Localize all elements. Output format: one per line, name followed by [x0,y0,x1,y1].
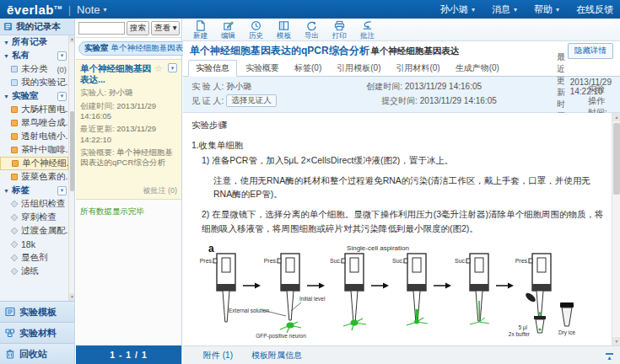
toolbar-label: 新建 [193,32,208,40]
sidebar-item-lab-5-selected[interactable]: 单个神经细...(1) [0,157,68,170]
sidebar-item-tag-2[interactable]: 穿刺检查 [0,211,68,224]
experiment-card[interactable]: 单个神经细胞基因表达... ☆ 实验人: 孙小璐 创建时间: 2013/11/2… [76,59,181,200]
section-dropdown-icon[interactable] [57,51,67,61]
sidebar-item-tag-6[interactable]: 滤纸 [0,265,68,278]
sidebar: 我的记录本 所有记录 私有 未分类(0) 我的实验记...(1) 实验室 大肠杆… [0,19,75,364]
pipette-6: Pres. [515,254,551,316]
sidebar-item-my-experiments[interactable]: 我的实验记...(1) [0,76,68,89]
sidebar-tree: 所有记录 私有 未分类(0) 我的实验记...(1) 实验室 大肠杆菌电...(… [0,35,74,301]
tab-cited-templates[interactable]: 引用模板(0) [330,61,387,76]
trash-icon [5,349,15,359]
print-button[interactable]: 打印 [332,20,347,40]
sidebar-item-tag-1[interactable]: 活组织检查 [0,197,68,211]
tab-tags[interactable]: 标签(0) [288,61,328,76]
tab-experiment-info[interactable]: 实验信息 [188,60,237,77]
dry-ice-label: Dry ice [558,329,576,336]
new-doc-icon [195,20,206,31]
hide-details-button[interactable]: 隐藏详情 [568,43,613,59]
template-button[interactable]: 模板 [277,20,291,40]
cell-droplet [538,312,542,315]
figure-a: a Single-cell aspiration Pres. [197,242,605,345]
tab-summary[interactable]: 实验概要 [239,61,286,76]
sidebar-item-lab-3[interactable]: 透射电镜小...(0) [0,130,68,143]
annotate-button[interactable]: 批注 [360,20,375,40]
sidebar-item-tag-4[interactable]: 18k [0,238,68,251]
sidebar-item-materials[interactable]: 实验材料 [0,322,74,343]
step-group-title: 1.收集单细胞 [191,138,605,152]
toolbar-label: 批注 [360,32,375,40]
item-label: 显色剂 [21,252,48,264]
scroll-up-icon[interactable]: ▲ [69,35,74,43]
detail-footer-bar: 附件 (1) 模板附属信息 ▲ [183,345,620,364]
search-button[interactable]: 搜索 [127,21,149,35]
sidebar-item-uncategorized[interactable]: 未分类(0) [0,62,68,76]
single-cell-aspiration-diagram: a Single-cell aspiration Pres. [197,242,593,341]
scroll-down-icon[interactable]: ▼ [69,293,74,301]
card-dropdown-icon[interactable] [168,63,177,72]
messages-menu[interactable]: 消息 [492,3,517,16]
field-label: 最近更新: [80,124,115,133]
section-dropdown-icon[interactable] [57,92,67,101]
scroll-down-icon[interactable]: ▼ [612,337,620,345]
feedback-label: 在线反馈 [576,3,613,16]
card-title[interactable]: 单个神经细胞基因表达... [80,63,153,85]
star-icon[interactable]: ☆ [154,63,163,74]
sidebar-item-tag-5[interactable]: 显色剂 [0,251,68,265]
pipette-label: Pres. [200,258,213,264]
tab-cited-materials[interactable]: 引用材料(0) [389,61,446,76]
filter-chip-row: 实验室单个神经细胞基因表达 [76,38,181,59]
scrollbar-thumb[interactable] [70,111,74,191]
pipette-label: Suc. [330,258,342,264]
product-name[interactable]: Note [77,3,100,16]
feedback-link[interactable]: 在线反馈 [576,3,613,16]
tab-products[interactable]: 生成产物(0) [449,61,506,76]
section-dropdown-icon[interactable] [57,186,67,195]
filter-chip[interactable]: 实验室单个神经细胞基因表达 [78,41,197,56]
history-button[interactable]: 历史 [249,20,263,40]
new-button[interactable]: 新建 [193,20,208,40]
scroll-up-icon[interactable]: ▲ [612,113,620,121]
sidebar-scrollbar[interactable]: ▲ ▼ [68,35,74,301]
sidebar-item-lab-2[interactable]: 翠鸟唑合成...(7) [0,116,68,130]
chip-prefix: 实验室 [84,43,109,52]
toolbar-label: 模板 [277,32,291,40]
notebooks-header[interactable]: 我的记录本 [0,19,74,35]
aspirated-cell [479,301,480,320]
select-witness-button[interactable]: 选择见证人 [226,94,277,107]
field-label: 实验人: [80,88,106,97]
view-dropdown-button[interactable]: 查看 ▾ [151,21,180,35]
item-label: 穿刺检查 [21,211,57,223]
item-label: 过渡金属配... [21,225,73,237]
sidebar-section-tags[interactable]: 标签 [0,184,68,197]
everlab-logo[interactable]: ēverlabTM [7,3,62,17]
sidebar-item-lab-4[interactable]: 茶叶中咖啡...(2) [0,143,68,157]
chevron-down-icon[interactable] [104,6,107,13]
ep-tube [534,316,546,333]
scroll-to-top-button[interactable]: ▲ [604,353,615,361]
sidebar-item-recycle-bin[interactable]: 回收站 [0,343,74,364]
info-line-2: 见 证 人:选择见证人 提交时间:2013/11/29 14:16:05 实验操… [191,94,612,108]
pagination[interactable]: 1 - 1 / 1 [76,345,181,364]
item-label: 未分类 [21,63,48,75]
sidebar-item-lab-6[interactable]: 菠菜色素的...(1) [0,170,68,184]
arrow-right-icon [307,282,325,288]
edit-button[interactable]: 编辑 [221,20,235,40]
export-button[interactable]: 导出 [305,20,319,40]
attachments-link[interactable]: 附件 (1) [203,350,233,361]
search-input[interactable] [78,22,125,35]
sidebar-item-all-records[interactable]: 所有记录 [0,35,68,49]
sidebar-item-templates[interactable]: 实验模板 [0,301,74,322]
help-menu[interactable]: 帮助 [534,3,559,16]
scrollbar-thumb[interactable] [613,123,620,195]
sidebar-item-tag-3[interactable]: 过渡金属配... [0,224,68,238]
content-scrollbar[interactable]: ▲ ▼ [612,113,620,345]
sidebar-item-lab-1[interactable]: 大肠杆菌电...(5) [0,103,68,116]
content-scroll-area[interactable]: 实验步骤 1.收集单细胞 1) 准备PCR管，加入5μL 2×CellsDire… [183,113,612,345]
sidebar-section-lab[interactable]: 实验室 [0,89,68,103]
template-info-link[interactable]: 模板附属信息 [251,350,302,361]
sidebar-section-private[interactable]: 私有 [0,49,68,62]
chip-label: 单个神经细胞基因表达 [111,43,191,52]
initial-level-label: Initial level [299,296,326,302]
pipette-4: Suc. [392,254,428,325]
user-menu[interactable]: 孙小璐 [440,3,475,16]
